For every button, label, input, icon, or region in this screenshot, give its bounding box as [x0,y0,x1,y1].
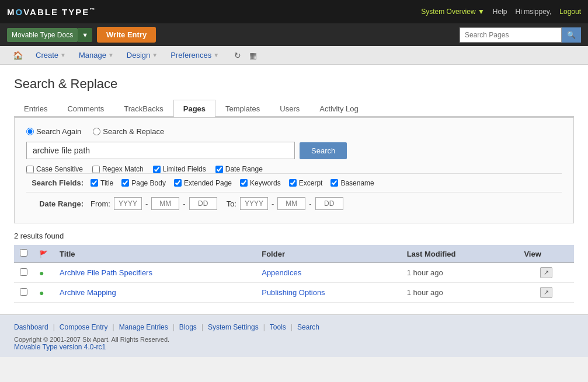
radio-search-again-text: Search Again [36,127,81,136]
chk-basename-label[interactable]: Basename [330,179,374,187]
row1-title-link[interactable]: Archive File Path Specifiers [60,268,152,277]
radio-search-replace[interactable] [93,128,100,135]
row1-modified-cell: 1 hour ago [401,263,519,283]
blog-selector-button[interactable]: Movable Type Docs [7,28,78,42]
footer-dashboard-link[interactable]: Dashboard [14,323,48,331]
refresh-icon[interactable]: ↻ [232,48,243,62]
nav-icons: ↻ ▦ [232,48,259,62]
write-entry-button[interactable]: Write Entry [97,27,156,43]
chk-extended-page[interactable] [174,179,182,187]
chk-page-body[interactable] [121,179,129,187]
chk-page-body-label[interactable]: Page Body [121,179,166,187]
search-pages-form: 🔍 [460,27,581,43]
tab-users[interactable]: Users [270,100,309,117]
from-yyyy-input[interactable] [114,197,142,210]
chk-date-range-label[interactable]: Date Range [215,165,263,173]
footer-links: Dashboard | Compose Entry | Manage Entri… [14,323,574,331]
search-fields-checks: Title Page Body Extended Page Keywords E… [91,179,374,187]
row2-title-cell: Archive Mapping [54,283,256,303]
from-dd-input[interactable] [189,197,217,210]
footer-version-number: version 4.0-rc1 [60,343,106,351]
blog-selector-arrow[interactable]: ▼ [78,28,92,42]
to-yyyy-input[interactable] [240,197,268,210]
nav-bar: 🏠 Create ▼ Manage ▼ Design ▼ Preferences… [0,46,588,65]
nav-design[interactable]: Design ▼ [121,46,163,64]
row1-checkbox[interactable] [20,268,27,276]
nav-manage[interactable]: Manage ▼ [73,46,120,64]
search-pages-button[interactable]: 🔍 [562,27,581,43]
footer-version-label: Movable Type [14,343,60,351]
chk-keywords-label[interactable]: Keywords [240,179,281,187]
row2-title-link[interactable]: Archive Mapping [60,288,116,297]
tab-activity-log[interactable]: Activity Log [309,100,368,117]
footer-compose-entry-link[interactable]: Compose Entry [60,323,108,331]
radio-search-again-label[interactable]: Search Again [26,127,81,136]
chk-excerpt[interactable] [289,179,297,187]
chk-extended-page-label[interactable]: Extended Page [174,179,232,187]
col-header-last-modified: Last Modified [401,245,519,263]
radio-search-again[interactable] [26,128,34,135]
row2-flag-cell: ● [33,283,54,303]
tab-comments[interactable]: Comments [57,100,114,117]
chk-limited-fields[interactable] [153,166,161,173]
chk-date-range[interactable] [215,166,223,173]
checkbox-row: Case Sensitive Regex Match Limited Field… [26,165,562,173]
home-icon[interactable]: 🏠 [7,47,29,64]
tab-trackbacks[interactable]: TrackBacks [114,100,173,117]
col-header-flag: 🚩 [33,245,54,263]
footer-system-settings-link[interactable]: System Settings [208,323,259,331]
footer-tools-link[interactable]: Tools [270,323,286,331]
row2-view-button[interactable]: ↗ [540,287,552,298]
chk-title[interactable] [91,179,98,187]
table-header-row: 🚩 Title Folder Last Modified View [14,245,574,263]
col-header-folder: Folder [256,245,401,263]
logout-link[interactable]: Logout [559,8,581,16]
footer-version-link[interactable]: Movable Type version 4.0-rc1 [14,343,106,351]
help-link[interactable]: Help [493,8,507,16]
footer-version: Movable Type version 4.0-rc1 [14,343,574,351]
date-range-label: Date Range: [26,199,91,208]
search-pages-input[interactable] [460,27,562,43]
footer-search-link[interactable]: Search [297,323,319,331]
nav-preferences[interactable]: Preferences ▼ [165,46,225,64]
main-search-input[interactable] [26,142,295,159]
row1-view-button[interactable]: ↗ [540,267,552,278]
footer-manage-entries-link[interactable]: Manage Entries [119,323,168,331]
from-label: From: [91,199,110,208]
nav-create[interactable]: Create ▼ [30,46,72,64]
chk-regex-match[interactable] [92,166,100,173]
chk-excerpt-label[interactable]: Excerpt [289,179,323,187]
logo-text: MOVABLE TYPE™ [7,7,96,17]
chk-case-sensitive-label[interactable]: Case Sensitive [26,165,83,173]
radio-search-replace-label[interactable]: Search & Replace [93,127,164,136]
chk-title-label[interactable]: Title [91,179,113,187]
select-all-checkbox[interactable] [20,249,27,257]
from-mm-input[interactable] [151,197,179,210]
footer-blogs-link[interactable]: Blogs [179,323,197,331]
second-bar: Movable Type Docs ▼ Write Entry 🔍 [0,23,588,46]
top-bar: MOVABLE TYPE™ System Overview ▼ Help Hi … [0,0,588,23]
table-row: ● Archive File Path Specifiers Appendice… [14,263,574,283]
search-form-area: Search Again Search & Replace Search Cas… [14,117,574,223]
to-mm-input[interactable] [277,197,305,210]
chk-basename[interactable] [330,179,338,187]
dashboard-icon[interactable]: ▦ [247,48,259,62]
chk-case-sensitive[interactable] [26,166,34,173]
row1-folder-cell: Appendices [256,263,401,283]
results-table: 🚩 Title Folder Last Modified View ● Arch… [14,245,574,303]
tabs: Entries Comments TrackBacks Pages Templa… [14,100,574,117]
to-dd-input[interactable] [315,197,343,210]
search-button[interactable]: Search [300,142,347,159]
row1-flag-cell: ● [33,263,54,283]
tab-pages[interactable]: Pages [173,100,215,117]
system-overview-link[interactable]: System Overview ▼ [421,8,485,16]
tab-entries[interactable]: Entries [14,100,57,117]
row2-folder-cell: Publishing Options [256,283,401,303]
row2-checkbox[interactable] [20,288,27,296]
tab-templates[interactable]: Templates [215,100,270,117]
blog-selector-label: Movable Type Docs [12,31,73,39]
chk-keywords[interactable] [240,179,248,187]
logo: MOVABLE TYPE™ [7,7,96,17]
chk-limited-fields-label[interactable]: Limited Fields [153,165,206,173]
chk-regex-match-label[interactable]: Regex Match [92,165,144,173]
